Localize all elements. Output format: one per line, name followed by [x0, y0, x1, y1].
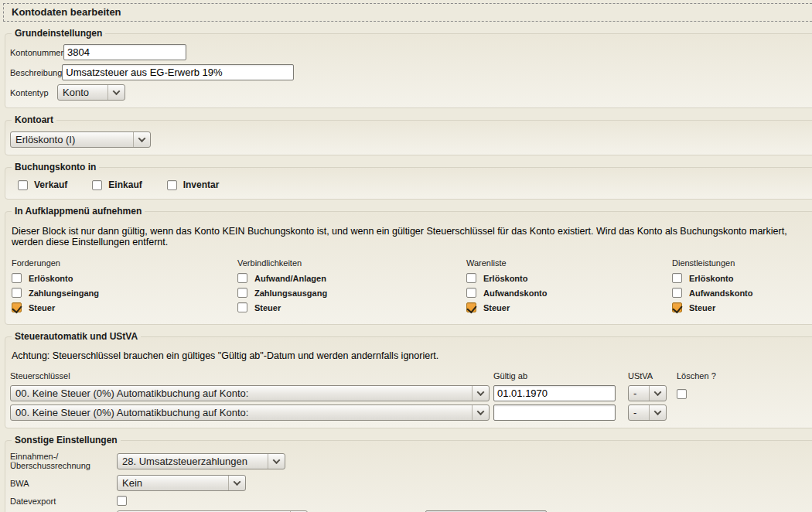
eur-selected-value: 28. Umsatzsteuerzahlungen [118, 456, 268, 467]
section-legend: Sonstige Einstellungen [12, 435, 121, 445]
checkbox-label: Steuer [689, 303, 715, 312]
aufklappmenu-note: Dieser Block ist nur dann gültig, wenn d… [12, 226, 812, 247]
checkbox-label: Zahlungseingang [29, 288, 99, 298]
checkbox-forderungen-erloeskonto[interactable] [12, 273, 22, 283]
checkbox-label-verkauf: Verkauf [34, 179, 67, 190]
kontonummer-label: Kontonummer [10, 48, 63, 57]
checkbox-label-inventar: Inventar [183, 179, 220, 190]
chevron-down-icon [107, 85, 125, 100]
column-title: Verbindlichkeiten [237, 258, 466, 268]
datevexport-checkbox[interactable] [117, 496, 127, 506]
checkbox-inventar[interactable] [167, 180, 177, 190]
eur-select[interactable]: 28. Umsatzsteuerzahlungen [117, 453, 285, 469]
beschreibung-label: Beschreibung [10, 68, 62, 77]
checkbox-label: Steuer [254, 303, 281, 312]
kontoart-selected-value: Erlöskonto (I) [11, 134, 133, 145]
checkbox-label: Erlöskonto [29, 274, 73, 283]
checkbox-dienstleistungen-steuer[interactable] [672, 302, 682, 312]
section-legend: Steuerautomatik und UStVA [12, 331, 141, 342]
checkbox-label: Steuer [29, 303, 55, 312]
checkbox-warenliste-erloeskonto[interactable] [466, 273, 476, 283]
section-legend: Buchungskonto in [12, 162, 99, 172]
bwa-label: BWA [10, 479, 117, 488]
checkbox-verbindlichkeiten-steuer[interactable] [237, 302, 247, 312]
ustva-select-row2[interactable]: - [628, 404, 667, 421]
column-header-steuerschluessel: Steuerschlüssel [10, 371, 490, 381]
gueltig-ab-input-row1[interactable] [493, 385, 616, 401]
steuerautomatik-note: Achtung: Steuerschlüssel brauchen ein gü… [12, 350, 812, 361]
section-grundeinstellungen: Grundeinstellungen Kontonummer Beschreib… [5, 28, 812, 108]
beschreibung-input[interactable] [62, 64, 294, 80]
bwa-selected-value: Kein [118, 477, 228, 489]
checkbox-verbindlichkeiten-aufwand-anlagen[interactable] [237, 273, 247, 283]
eur-label: Einnahmen-/Überschussrechnung [10, 452, 117, 470]
checkbox-verkauf[interactable] [18, 180, 28, 190]
ustva-selected-value: - [629, 387, 649, 399]
checkbox-label: Aufwandskonto [483, 288, 548, 298]
checkbox-label: Zahlungsausgang [254, 288, 327, 298]
kontoart-select[interactable]: Erlöskonto (I) [10, 131, 151, 148]
ustva-select-row1[interactable]: - [628, 385, 667, 401]
checkbox-label-einkauf: Einkauf [108, 179, 142, 190]
column-title: Forderungen [12, 258, 237, 268]
checkbox-verbindlichkeiten-zahlungsausgang[interactable] [237, 288, 247, 298]
checkbox-einkauf[interactable] [92, 180, 102, 190]
checkbox-warenliste-aufwandskonto[interactable] [466, 288, 476, 298]
column-header-ustva: UStVA [628, 371, 673, 381]
chevron-down-icon [268, 454, 285, 469]
datevexport-label: Datevexport [10, 497, 117, 506]
chevron-down-icon [133, 132, 150, 147]
column-forderungen: Forderungen Erlöskonto Zahlungseingang S… [12, 258, 237, 317]
chevron-down-icon [649, 386, 666, 401]
section-legend: Kontoart [12, 114, 56, 125]
checkbox-warenliste-steuer[interactable] [466, 302, 476, 312]
page-title: Kontodaten bearbeiten [3, 3, 812, 22]
checkbox-dienstleistungen-erloeskonto[interactable] [672, 273, 682, 283]
column-verbindlichkeiten: Verbindlichkeiten Aufwand/Anlagen Zahlun… [237, 258, 466, 317]
checkbox-label: Aufwand/Anlagen [254, 274, 326, 283]
section-legend: Grundeinstellungen [12, 28, 105, 39]
checkbox-label: Erlöskonto [483, 274, 527, 283]
column-header-loeschen: Löschen ? [677, 371, 812, 381]
checkbox-label: Aufwandskonto [689, 288, 753, 298]
column-header-gueltig-ab: Gültig ab [493, 371, 624, 381]
steuerschluessel-selected-value: 00. Keine Steuer (0%) Automatikbuchung a… [11, 407, 472, 418]
column-warenliste: Warenliste Erlöskonto Aufwandskonto Steu… [466, 258, 672, 317]
section-aufklappmenu: In Aufklappmenü aufnehmen Dieser Block i… [5, 206, 812, 325]
checkbox-forderungen-steuer[interactable] [12, 302, 22, 312]
ustva-selected-value: - [629, 407, 649, 418]
chevron-down-icon [228, 476, 245, 490]
checkbox-label: Steuer [483, 303, 510, 312]
checkbox-label: Erlöskonto [689, 274, 733, 283]
section-steuerautomatik: Steuerautomatik und UStVA Achtung: Steue… [5, 331, 812, 428]
column-title: Dienstleistungen [672, 258, 812, 268]
section-kontoart: Kontoart Erlöskonto (I) [5, 114, 812, 155]
chevron-down-icon [472, 386, 489, 401]
steuerschluessel-selected-value: 00. Keine Steuer (0%) Automatikbuchung a… [11, 387, 472, 399]
steuerschluessel-select-row1[interactable]: 00. Keine Steuer (0%) Automatikbuchung a… [10, 385, 490, 401]
chevron-down-icon [649, 405, 666, 420]
bwa-select[interactable]: Kein [117, 475, 246, 491]
checkbox-dienstleistungen-aufwandskonto[interactable] [672, 288, 682, 298]
kontonummer-input[interactable] [63, 44, 186, 60]
loeschen-checkbox-row1[interactable] [677, 389, 687, 399]
kontentyp-select[interactable]: Konto [57, 84, 125, 101]
checkbox-forderungen-zahlungseingang[interactable] [12, 288, 22, 298]
section-sonstige: Sonstige Einstellungen Einnahmen-/Übersc… [5, 435, 812, 512]
kontentyp-selected-value: Konto [58, 87, 107, 98]
column-dienstleistungen: Dienstleistungen Erlöskonto Aufwandskont… [672, 258, 812, 317]
column-title: Warenliste [466, 258, 672, 268]
chevron-down-icon [472, 405, 489, 420]
aufklappmenu-columns: Forderungen Erlöskonto Zahlungseingang S… [12, 258, 812, 317]
kontentyp-label: Kontentyp [10, 88, 57, 97]
steuerschluessel-select-row2[interactable]: 00. Keine Steuer (0%) Automatikbuchung a… [10, 404, 490, 421]
section-buchungskonto: Buchungskonto in Verkauf Einkauf Inventa… [5, 162, 812, 200]
section-legend: In Aufklappmenü aufnehmen [12, 206, 145, 217]
gueltig-ab-input-row2[interactable] [493, 404, 616, 421]
